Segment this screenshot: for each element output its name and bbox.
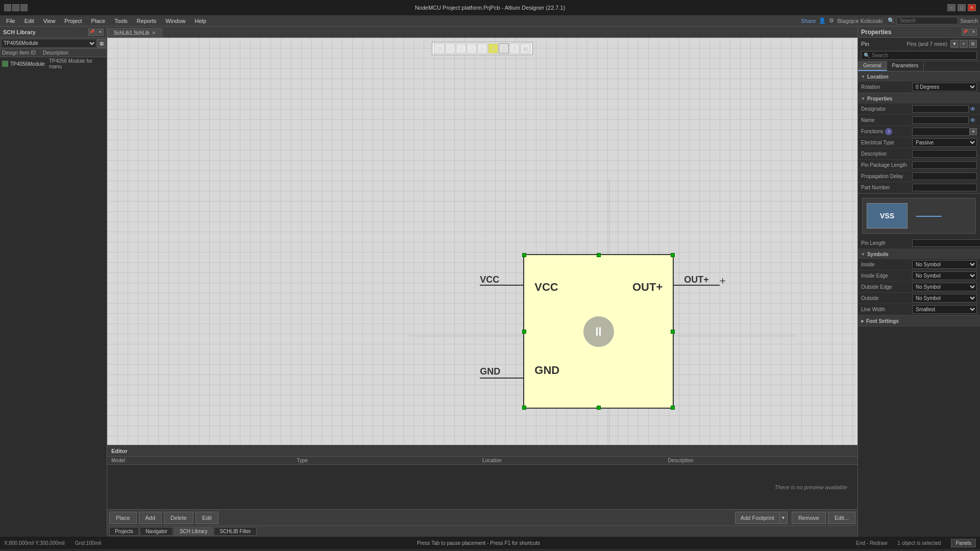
rotation-value: 0 Degrees: [912, 83, 977, 91]
font-settings-header[interactable]: ▶ Font Settings: [858, 316, 980, 326]
menu-help[interactable]: Help: [190, 17, 210, 25]
menu-place[interactable]: Place: [87, 17, 110, 25]
pin-length-value: 300mil 🔒: [912, 239, 980, 247]
user-icon: 👤: [819, 17, 826, 24]
panel-pin-icon[interactable]: 📌: [88, 29, 95, 36]
status-tabs: Projects Navigator SCH Library SCHLIB Fi…: [107, 525, 857, 537]
add-button[interactable]: Add: [139, 512, 162, 524]
tab-navigator[interactable]: Navigator: [140, 527, 173, 536]
add-footprint-dropdown[interactable]: ▾: [779, 512, 788, 524]
share-button[interactable]: Share: [801, 18, 816, 24]
maximize-button[interactable]: □: [958, 4, 966, 11]
sch-tool-line[interactable]: ↔: [477, 43, 487, 54]
corner-handle-tl[interactable]: [522, 253, 526, 257]
description-input[interactable]: [912, 150, 977, 158]
part-number-input[interactable]: 0: [912, 184, 977, 191]
menu-window[interactable]: Window: [161, 17, 189, 25]
tab-parameters[interactable]: Parameters: [887, 61, 924, 71]
minimize-button[interactable]: –: [947, 4, 955, 11]
symbols-section: ▼ Symbols Inside No Symbol Inside Edge N…: [858, 249, 980, 316]
item-id: TP4056Module: [10, 61, 49, 67]
designator-input[interactable]: OUT+: [912, 105, 969, 113]
library-select[interactable]: TP4056Module: [1, 39, 96, 48]
pin-length-input[interactable]: 300mil: [912, 239, 980, 247]
menu-file[interactable]: File: [2, 17, 19, 25]
corner-handle-br[interactable]: [671, 406, 675, 410]
corner-handle-tr[interactable]: [671, 253, 675, 257]
panel-close-icon[interactable]: ✕: [96, 29, 104, 36]
sch-tool-circle[interactable]: ⊙: [488, 43, 498, 54]
doc-tab-schlib[interactable]: SchLib1.SchLib ✕: [107, 28, 162, 37]
search-label: Search: [960, 18, 978, 24]
description-label: Description: [861, 151, 912, 157]
line-width-value: Smallest: [912, 305, 977, 314]
outside-label: Outside: [861, 295, 912, 301]
canvas-area[interactable]: ⊡ □ ◇ → ↔ ⊙ △ A ▦ VCC GND: [107, 38, 857, 445]
outside-edge-select[interactable]: No Symbol: [912, 283, 977, 291]
name-eye-button[interactable]: 👁: [969, 116, 977, 124]
symbols-section-header[interactable]: ▼ Symbols: [858, 249, 980, 259]
panels-button[interactable]: Panels: [951, 539, 976, 547]
pin-filter-button[interactable]: ▼: [950, 40, 959, 48]
tab-sch-library[interactable]: SCH Library: [174, 527, 213, 536]
corner-handle-ml[interactable]: [522, 330, 526, 334]
delete-button[interactable]: Delete: [164, 512, 193, 524]
line-width-select[interactable]: Smallest: [912, 305, 977, 314]
remove-button[interactable]: Remove: [792, 512, 826, 524]
search-input[interactable]: [897, 17, 958, 24]
sch-tool-polygon[interactable]: △: [499, 43, 509, 54]
sch-tool-select[interactable]: ⊡: [434, 43, 445, 54]
pin-package-length-input[interactable]: 0mil: [912, 161, 977, 169]
prop-pin-icon[interactable]: 📌: [962, 29, 969, 36]
lib-menu-icon[interactable]: ▦: [97, 39, 106, 48]
outside-select[interactable]: No Symbol: [912, 294, 977, 303]
line-width-row: Line Width Smallest: [858, 304, 980, 315]
sch-tool-text[interactable]: A: [509, 43, 520, 54]
edit-dots-button[interactable]: Edit...: [828, 512, 855, 524]
pin-add-button[interactable]: +: [960, 40, 968, 48]
lib-toolbar: TP4056Module ▦: [0, 38, 107, 49]
propagation-delay-input[interactable]: 0ps: [912, 172, 977, 180]
sch-tool-diamond[interactable]: ◇: [456, 43, 466, 54]
designator-eye-button[interactable]: 👁: [969, 105, 977, 113]
sch-tool-grid[interactable]: ▦: [520, 43, 530, 54]
pin-settings-button[interactable]: ⚙: [969, 40, 977, 48]
inside-label: Inside: [861, 262, 912, 267]
corner-handle-bm[interactable]: [597, 406, 601, 410]
functions-add-icon[interactable]: +: [970, 128, 977, 135]
menu-view[interactable]: View: [39, 17, 60, 25]
component-body: VCC GND OUT+ ⏸: [523, 254, 674, 409]
electrical-type-select[interactable]: Passive: [912, 138, 977, 147]
doc-tab-close-icon[interactable]: ✕: [152, 30, 156, 36]
menu-tools[interactable]: Tools: [110, 17, 132, 25]
tab-general[interactable]: General: [858, 61, 887, 71]
corner-handle-mr[interactable]: [671, 330, 675, 334]
rotation-select[interactable]: 0 Degrees: [912, 83, 977, 91]
functions-row: Functions i +: [858, 126, 980, 137]
add-footprint-button[interactable]: Add Footprint: [735, 512, 779, 524]
tab-projects[interactable]: Projects: [109, 527, 139, 536]
menu-edit[interactable]: Edit: [20, 17, 38, 25]
tab-schlib-filter[interactable]: SCHLIB Filter: [214, 527, 256, 536]
prop-search-area: 🔍: [858, 50, 980, 61]
menu-reports[interactable]: Reports: [133, 17, 161, 25]
name-input[interactable]: OUT+: [912, 116, 969, 124]
properties-section-header[interactable]: ▼ Properties: [858, 93, 980, 104]
line-width-label: Line Width: [861, 307, 912, 312]
inside-edge-select[interactable]: No Symbol: [912, 271, 977, 280]
inside-select[interactable]: No Symbol: [912, 260, 977, 269]
corner-handle-tm[interactable]: [597, 253, 601, 257]
prop-search-input[interactable]: [872, 53, 974, 58]
location-section-header[interactable]: ▼ Location: [858, 71, 980, 82]
functions-info-icon[interactable]: i: [885, 128, 892, 135]
properties-title: Properties: [861, 29, 962, 36]
menu-project[interactable]: Project: [60, 17, 86, 25]
edit-button[interactable]: Edit: [195, 512, 218, 524]
sch-tool-arrow[interactable]: →: [467, 43, 477, 54]
prop-close-icon[interactable]: ✕: [970, 29, 977, 36]
list-item[interactable]: TP4056Module TP4056 Module for manu: [0, 57, 107, 70]
corner-handle-bl[interactable]: [522, 406, 526, 410]
close-button[interactable]: ✕: [968, 4, 976, 11]
sch-tool-rect[interactable]: □: [445, 43, 455, 54]
place-button[interactable]: Place: [109, 512, 137, 524]
